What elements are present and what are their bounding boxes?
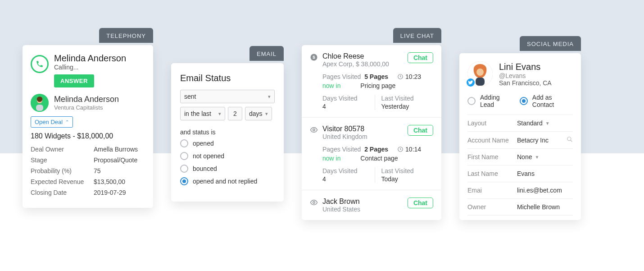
field-value: None bbox=[517, 153, 532, 161]
option-label: opened bbox=[193, 140, 214, 147]
now-in-label: now in bbox=[322, 82, 340, 89]
chevron-up-icon: ⌃ bbox=[65, 119, 69, 124]
social-field-row[interactable]: LayoutStandard ▼ bbox=[467, 115, 573, 131]
chat-button[interactable]: Chat bbox=[408, 52, 433, 63]
radio-icon bbox=[180, 139, 188, 147]
current-page: Pricing page bbox=[360, 82, 395, 89]
deal-field: Deal OwnerAmella Burrows bbox=[31, 146, 145, 153]
email-status-option[interactable]: opened and not replied bbox=[180, 177, 275, 185]
current-page: Contact page bbox=[360, 155, 398, 162]
email-status-title: Email Status bbox=[180, 73, 275, 83]
field-key: Emai bbox=[467, 187, 517, 194]
period-number-input[interactable]: 2 bbox=[228, 107, 242, 120]
field-key: Stage bbox=[31, 156, 94, 164]
field-key: Deal Owner bbox=[31, 146, 94, 153]
clock-icon: 10:14 bbox=[397, 146, 421, 153]
visitor-name: Jack Brown bbox=[322, 198, 403, 206]
chat-button[interactable]: Chat bbox=[408, 125, 433, 136]
chevron-down-icon: ▼ bbox=[535, 155, 539, 160]
visitor-name: Chloe Reese bbox=[322, 52, 403, 60]
contact-name: Melinda Anderson bbox=[54, 95, 119, 104]
last-visited: Today bbox=[381, 175, 434, 183]
visitor-name: Visitor 80578 bbox=[322, 125, 403, 133]
email-status-option[interactable]: not opened bbox=[180, 152, 275, 160]
radio-icon bbox=[180, 177, 188, 185]
last-visited: Yesterday bbox=[381, 103, 434, 110]
field-key: Account Name bbox=[467, 137, 517, 144]
radio-icon bbox=[180, 165, 188, 173]
social-field-row[interactable]: OwnerMichelle Brown bbox=[467, 198, 573, 216]
twitter-icon bbox=[466, 78, 476, 87]
field-value: 75 bbox=[94, 167, 101, 175]
phone-icon bbox=[31, 55, 49, 73]
field-key: Closing Date bbox=[31, 189, 94, 196]
svg-point-8 bbox=[313, 202, 315, 204]
chevron-down-icon: ▼ bbox=[545, 121, 550, 126]
caller-name: Melinda Anderson bbox=[54, 53, 145, 64]
social-location: San Francisco, CA bbox=[499, 79, 552, 87]
email-status-option[interactable]: bounced bbox=[180, 165, 275, 173]
chevron-down-icon: ▾ bbox=[265, 111, 268, 117]
visitor-block: $Chloe ReeseApex Corp, $ 38,000,00ChatPa… bbox=[302, 45, 441, 118]
radio-adding-lead[interactable]: Adding Lead bbox=[467, 94, 513, 108]
search-icon bbox=[567, 136, 573, 144]
social-field-row[interactable]: First NameNone ▼ bbox=[467, 148, 573, 165]
social-name: Lini Evans bbox=[499, 62, 552, 72]
option-label: opened and not replied bbox=[193, 178, 257, 185]
field-value: Evans bbox=[517, 170, 535, 177]
contact-avatar bbox=[31, 94, 49, 112]
field-key: Layout bbox=[467, 119, 517, 127]
deal-field: Expected Revenue$13,500,00 bbox=[31, 178, 145, 185]
chat-button[interactable]: Chat bbox=[408, 198, 433, 208]
email-primary-select[interactable]: sent▾ bbox=[180, 90, 275, 103]
field-key: Probability (%) bbox=[31, 167, 94, 175]
caller-status: Calling... bbox=[54, 64, 145, 71]
visit-time: 10:23 bbox=[405, 73, 421, 80]
visitor-sub: United Kingdom bbox=[322, 133, 403, 140]
field-value: Standard bbox=[517, 119, 543, 127]
email-tag: EMAIL bbox=[249, 46, 284, 61]
period-select[interactable]: in the last▾ bbox=[180, 107, 225, 120]
field-key: Expected Revenue bbox=[31, 178, 94, 185]
field-value: lini.es@bet.com bbox=[517, 187, 562, 194]
field-key: Last Name bbox=[467, 170, 517, 177]
answer-button[interactable]: ANSWER bbox=[54, 74, 94, 87]
days-visited: 4 bbox=[322, 175, 375, 183]
now-in-label: now in bbox=[322, 155, 340, 162]
field-value: Proposal/Quote bbox=[94, 156, 137, 164]
telephony-tag: TELEPHONY bbox=[99, 28, 153, 43]
open-deal-toggle[interactable]: Open Deal ⌃ bbox=[31, 116, 73, 128]
field-value: Amella Burrows bbox=[94, 146, 138, 153]
deal-field: Closing Date2019-07-29 bbox=[31, 189, 145, 196]
svg-point-11 bbox=[476, 69, 484, 76]
visitor-sub: Apex Corp, $ 38,000,00 bbox=[322, 60, 403, 68]
svg-rect-2 bbox=[36, 105, 43, 111]
deal-title: 180 Widgets - $18,000,00 bbox=[31, 132, 145, 140]
field-key: Owner bbox=[467, 203, 517, 211]
contact-org: Ventura Capitalists bbox=[54, 104, 119, 111]
field-value: Betacry Inc bbox=[517, 137, 549, 144]
svg-rect-12 bbox=[476, 78, 485, 86]
telephony-card: TELEPHONY Melinda Anderson Calling... AN… bbox=[23, 45, 153, 208]
radio-add-contact[interactable]: Add as Contact bbox=[520, 94, 573, 108]
social-field-row[interactable]: Account NameBetacry Inc bbox=[467, 131, 573, 148]
open-deal-label: Open Deal bbox=[35, 119, 63, 125]
chevron-down-icon: ▾ bbox=[268, 94, 271, 100]
dollar-icon: $ bbox=[310, 53, 318, 61]
and-status-label: and status is bbox=[180, 129, 275, 136]
option-label: bounced bbox=[193, 165, 217, 172]
period-unit-select[interactable]: days▾ bbox=[245, 107, 272, 120]
svg-text:$: $ bbox=[313, 55, 315, 60]
visitor-sub: United States bbox=[322, 206, 403, 213]
email-status-option[interactable]: opened bbox=[180, 139, 275, 147]
eye-icon bbox=[310, 198, 318, 207]
field-key: First Name bbox=[467, 153, 517, 161]
svg-point-13 bbox=[567, 137, 571, 141]
field-value: 2019-07-29 bbox=[94, 189, 126, 196]
social-tag: SOCIAL MEDIA bbox=[520, 36, 581, 51]
social-field-row[interactable]: Emailini.es@bet.com bbox=[467, 182, 573, 198]
clock-icon: 10:23 bbox=[397, 73, 421, 80]
social-field-row[interactable]: Last NameEvans bbox=[467, 165, 573, 182]
deal-field: StageProposal/Quote bbox=[31, 156, 145, 164]
days-visited: 4 bbox=[322, 103, 375, 110]
